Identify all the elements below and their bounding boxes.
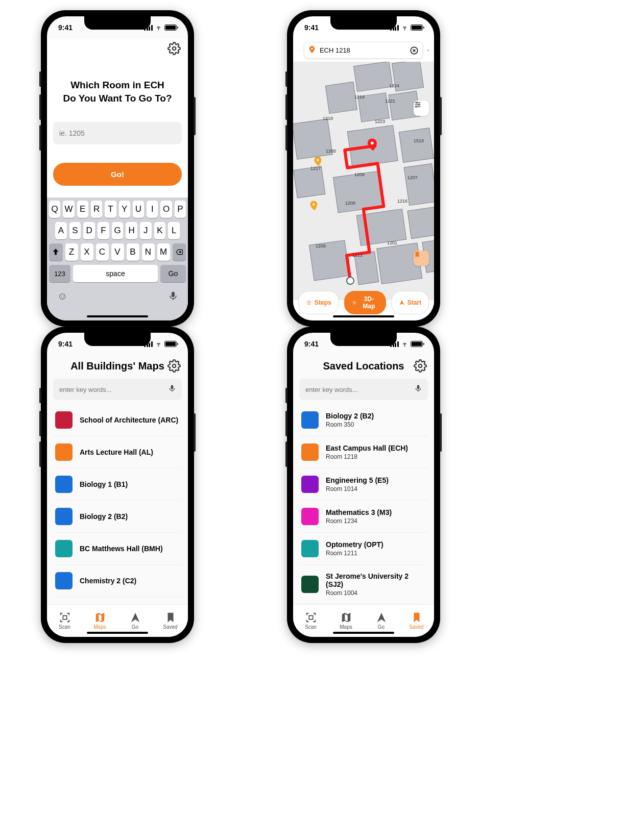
key-backspace[interactable] (173, 243, 186, 261)
key-go[interactable]: Go (160, 265, 186, 282)
key-t[interactable]: T (105, 201, 116, 218)
list-item[interactable]: Biology 1 (B1) (53, 468, 182, 501)
key-l[interactable]: L (168, 222, 180, 239)
home-indicator[interactable] (87, 315, 148, 317)
keyboard: QWERTYUIOP ASDFGHJKL ZXCVBNM 123 space G… (47, 197, 188, 320)
search-input[interactable] (59, 386, 163, 393)
qr-scan-icon[interactable] (427, 44, 429, 57)
key-e[interactable]: E (77, 201, 88, 218)
filters-button[interactable] (414, 101, 429, 116)
key-h[interactable]: H (126, 222, 137, 239)
home-indicator[interactable] (333, 315, 394, 317)
item-title: East Campus Hall (ECH) (326, 444, 408, 452)
phone-mock-room-search: 9:41 Which Room in ECH Do You Want To Go… (41, 10, 194, 327)
color-swatch (55, 443, 73, 461)
key-g[interactable]: G (112, 222, 124, 239)
list-item[interactable]: East Campus Hall (ECH) Room 1218 (299, 436, 428, 468)
list-item[interactable]: Engineering 5 (E5) Room 1014 (299, 468, 428, 501)
status-time: 9:41 (58, 23, 73, 32)
list-item[interactable]: Arts Lecture Hall (AL) (53, 436, 182, 468)
item-subtitle: Room 1014 (326, 485, 389, 492)
color-swatch (301, 411, 319, 429)
key-a[interactable]: A (55, 222, 67, 239)
list-item[interactable]: Mathematics 3 (M3) Room 1234 (299, 501, 428, 533)
key-r[interactable]: R (91, 201, 102, 218)
home-indicator[interactable] (333, 632, 394, 634)
page-title: Saved Locations (314, 360, 414, 372)
key-s[interactable]: S (69, 222, 81, 239)
room-label: 1223 (375, 119, 385, 124)
color-swatch (301, 576, 319, 593)
list-item[interactable]: Chemistry 2 (C2) (53, 565, 182, 597)
key-v[interactable]: V (111, 243, 124, 261)
list-item[interactable]: Biology 2 (B2) Room 350 (299, 404, 428, 436)
key-i[interactable]: I (147, 201, 158, 218)
tab-saved[interactable]: Saved (153, 605, 188, 637)
wifi-icon (401, 25, 409, 31)
key-x[interactable]: X (81, 243, 93, 261)
svg-point-41 (419, 364, 422, 368)
key-q[interactable]: Q (49, 201, 60, 218)
3d-map-button[interactable]: 3D-Map (344, 291, 386, 314)
clear-icon[interactable] (410, 46, 419, 55)
list-item[interactable]: BC Matthews Hall (BMH) (53, 533, 182, 565)
key-k[interactable]: K (154, 222, 166, 239)
key-u[interactable]: U (133, 201, 144, 218)
search-input[interactable] (320, 46, 405, 54)
key-w[interactable]: W (63, 201, 74, 218)
tab-scan[interactable]: Scan (293, 605, 328, 637)
key-c[interactable]: C (96, 243, 109, 261)
list-item[interactable]: Biology 2 (B2) (53, 501, 182, 533)
list-item[interactable]: School of Architecture (ARC) (53, 404, 182, 436)
key-b[interactable]: B (127, 243, 139, 261)
key-z[interactable]: Z (65, 243, 78, 261)
steps-button[interactable]: Steps (298, 291, 339, 314)
search-bar[interactable] (53, 379, 182, 400)
list-item[interactable]: Optometry (OPT) Room 1211 (299, 533, 428, 565)
battery-icon (411, 24, 423, 31)
bookmark-button[interactable] (414, 251, 429, 266)
color-swatch (301, 508, 319, 525)
key-o[interactable]: O (160, 201, 172, 218)
mic-icon[interactable] (415, 384, 422, 395)
phone-mock-all-buildings: 9:41 All Buildings' Maps School of Archi… (41, 327, 194, 643)
color-swatch (55, 572, 73, 589)
room-label: 1206 (316, 243, 326, 249)
key-123[interactable]: 123 (49, 265, 70, 282)
page-title: Which Room in ECH Do You Want To Go To? (47, 58, 188, 109)
home-indicator[interactable] (87, 632, 148, 634)
room-label: 1224 (389, 83, 399, 88)
search-input[interactable] (305, 386, 410, 393)
list-item[interactable]: St Jerome's University 2 (SJ2) Room 1004 (299, 565, 428, 604)
item-title: School of Architecture (ARC) (80, 416, 178, 424)
room-label: 1518 (414, 138, 424, 143)
settings-icon[interactable] (414, 359, 427, 373)
settings-icon[interactable] (167, 359, 181, 373)
room-input[interactable] (53, 122, 182, 144)
back-button[interactable] (298, 44, 300, 57)
key-j[interactable]: J (140, 222, 152, 239)
item-title: Mathematics 3 (M3) (326, 508, 392, 516)
tab-scan[interactable]: Scan (47, 605, 82, 637)
key-m[interactable]: M (157, 243, 170, 261)
mic-icon[interactable] (169, 290, 178, 304)
search-bar[interactable] (299, 379, 428, 400)
go-button[interactable]: Go! (53, 163, 182, 186)
tab-saved[interactable]: Saved (399, 605, 434, 637)
start-button[interactable]: Start (391, 291, 429, 314)
key-shift[interactable] (49, 243, 63, 261)
room-label: 1201 (387, 240, 397, 245)
mic-icon[interactable] (169, 384, 176, 395)
item-title: Optometry (OPT) (326, 540, 383, 549)
key-d[interactable]: D (83, 222, 95, 239)
key-y[interactable]: Y (119, 201, 130, 218)
svg-rect-15 (294, 166, 325, 198)
key-f[interactable]: F (98, 222, 109, 239)
key-space[interactable]: space (73, 265, 158, 282)
emoji-icon[interactable]: ☺ (57, 290, 67, 304)
map-canvas[interactable]: 1224 1222 1221 1219 1218 1223 1518 1205 … (293, 62, 434, 300)
settings-icon[interactable] (167, 42, 181, 55)
search-field[interactable] (304, 42, 423, 59)
key-n[interactable]: N (142, 243, 155, 261)
key-p[interactable]: P (175, 201, 186, 218)
